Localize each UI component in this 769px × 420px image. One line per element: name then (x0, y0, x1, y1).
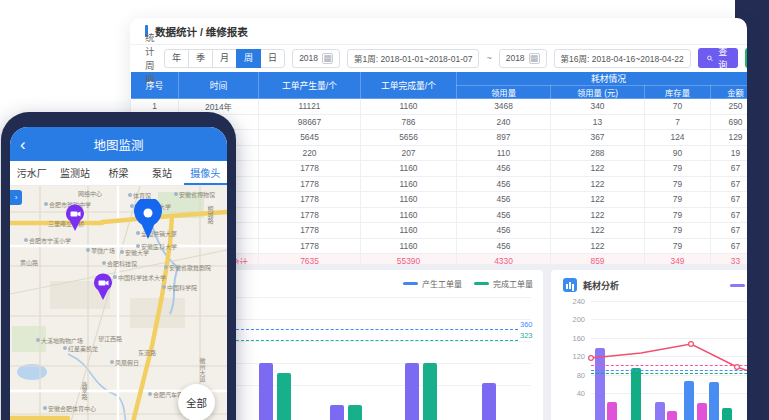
table-cell: 1778 (259, 176, 361, 192)
table-header: 序号时间工单产生量/个工单完成量/个耗材情况领用量领用量 (元)库存量金额 (131, 72, 748, 99)
calendar-icon: ▦ (322, 53, 333, 64)
map-label: 桐城路 (206, 206, 215, 224)
table-cell: 456 (457, 207, 551, 223)
group-col-header: 领用量 (457, 86, 551, 99)
bar-完成工单量 (277, 373, 291, 420)
poi-dot-icon (174, 192, 178, 196)
table-cell: 122 (551, 207, 645, 223)
workorder-chart-panel: 产生工单量完成工单量 360323 (226, 270, 543, 420)
selected-location-pin[interactable] (131, 199, 165, 241)
table-cell: 288 (551, 145, 645, 161)
group-col-header: 金额 (711, 86, 748, 99)
table-cell: 79 (645, 176, 711, 192)
poi-dot-icon (148, 392, 152, 396)
bar (655, 402, 665, 420)
period-segment-日[interactable]: 日 (260, 49, 285, 68)
phone-tab-摄像头[interactable]: 摄像头 (184, 161, 227, 185)
bar-产生工单量 (330, 405, 344, 420)
table-cell: 67 (711, 192, 748, 208)
table-cell: 456 (457, 176, 551, 192)
map-label: 翠微广场 (86, 246, 115, 255)
map-label: 合肥科技馆 (102, 259, 137, 268)
table-cell: 5656 (361, 130, 457, 146)
map-label: 凤凰假日 (110, 358, 139, 367)
table-cell: 456 (457, 192, 551, 208)
week-to-value: 第16周: 2018-04-16~2018-04-22 (561, 52, 684, 64)
poi-dot-icon (24, 238, 28, 242)
table-cell: 1778 (259, 207, 361, 223)
breadcrumb: 数据统计 / 维修报表 (130, 18, 747, 45)
trend-line (551, 270, 747, 402)
map-filter-all-button[interactable]: 全部 (178, 384, 215, 420)
phone-tab-污水厂[interactable]: 污水厂 (10, 161, 53, 185)
table-cell: 122 (551, 238, 645, 254)
table-cell: 207 (361, 145, 457, 161)
table-cell: 690 (711, 114, 748, 130)
period-segment-月[interactable]: 月 (212, 49, 237, 68)
table-cell: 67 (711, 238, 748, 254)
poi-dot-icon (162, 285, 166, 289)
year-from-select[interactable]: 2018 ▦ (292, 49, 340, 68)
map-label: 翡翠路 (80, 382, 89, 400)
period-segment-年[interactable]: 年 (164, 49, 189, 68)
table-cell: 79 (645, 207, 711, 223)
map-view[interactable]: 网络中心合肥市琥珀中学体育馆安徽农业大学安徽省博物馆桐城路三里庵立交桥全国供销大… (10, 186, 227, 420)
phone-app-header: ‹ 地图监测 (10, 127, 227, 161)
map-label: 合肥市宁溪小学 (24, 236, 71, 245)
bar (667, 411, 677, 420)
col-header: 工单产生量/个 (259, 72, 361, 99)
year-to-value: 2018 (506, 53, 525, 63)
table-cell: 240 (457, 114, 551, 130)
map-label: 安徽合肥体育中心 (43, 404, 96, 413)
table-cell: 1160 (361, 238, 457, 254)
phone-tab-泵站[interactable]: 泵站 (140, 161, 183, 185)
group-col-header: 领用量 (元) (551, 86, 645, 99)
table-cell: 19 (711, 145, 748, 161)
table-cell: 122 (551, 176, 645, 192)
calendar-icon: ▦ (529, 53, 540, 64)
table-cell: 98667 (259, 114, 361, 130)
table-cell: 1160 (361, 223, 457, 239)
table-cell: 456 (457, 223, 551, 239)
table-row: 12014年111211160346834070250 (131, 99, 748, 115)
gridline (236, 297, 531, 298)
table-cell: 79 (645, 223, 711, 239)
year-to-select[interactable]: 2018 ▦ (499, 49, 547, 68)
table-cell: 250 (711, 99, 748, 115)
map-expander-button[interactable]: › (10, 190, 22, 205)
bar-完成工单量 (348, 405, 362, 420)
week-to-input[interactable]: 第16周: 2018-04-16~2018-04-22 (554, 49, 691, 68)
week-from-input[interactable]: 第1周: 2018-01-01~2018-01-07 (347, 49, 479, 68)
phone-tab-监测站[interactable]: 监测站 (53, 161, 96, 185)
table-cell: 13 (551, 114, 645, 130)
phone-tab-桥梁[interactable]: 桥梁 (97, 161, 140, 185)
table-cell: 67 (711, 223, 748, 239)
camera-pin-icon[interactable] (64, 204, 86, 232)
table-cell: 5645 (259, 130, 361, 146)
table-cell: 1160 (361, 176, 457, 192)
bar-完成工单量 (423, 363, 437, 420)
export-excel-button[interactable]: 导出Excel (745, 48, 747, 68)
search-icon (707, 54, 713, 63)
map-label: 安徽省歌舞剧院 (164, 263, 211, 272)
map-label: 东流路 (138, 348, 156, 357)
query-button[interactable]: 查询 (698, 48, 738, 68)
camera-pin-icon[interactable] (92, 273, 114, 301)
table-cell: 122 (551, 192, 645, 208)
map-label: 红星美凯龙 (63, 344, 98, 353)
map-label: 望江西路 (98, 334, 122, 343)
table-cell: 122 (551, 223, 645, 239)
table-cell: 786 (361, 114, 457, 130)
poi-dot-icon (128, 193, 132, 197)
reference-label: 360 (520, 320, 533, 329)
table-cell: 1160 (361, 207, 457, 223)
group-header: 耗材情况 (457, 72, 748, 86)
back-chevron-icon[interactable]: ‹ (20, 136, 26, 153)
period-segment-周[interactable]: 周 (236, 49, 261, 68)
phone-screen: ‹ 地图监测 污水厂监测站桥梁泵站摄像头 (10, 127, 227, 420)
period-segment-季[interactable]: 季 (188, 49, 213, 68)
map-label: 中国科学院 (162, 283, 197, 292)
table-cell: 456 (457, 161, 551, 177)
consumables-chart-panel: 耗材分析 2402001601208040 (551, 270, 747, 420)
table-cell: 897 (457, 130, 551, 146)
